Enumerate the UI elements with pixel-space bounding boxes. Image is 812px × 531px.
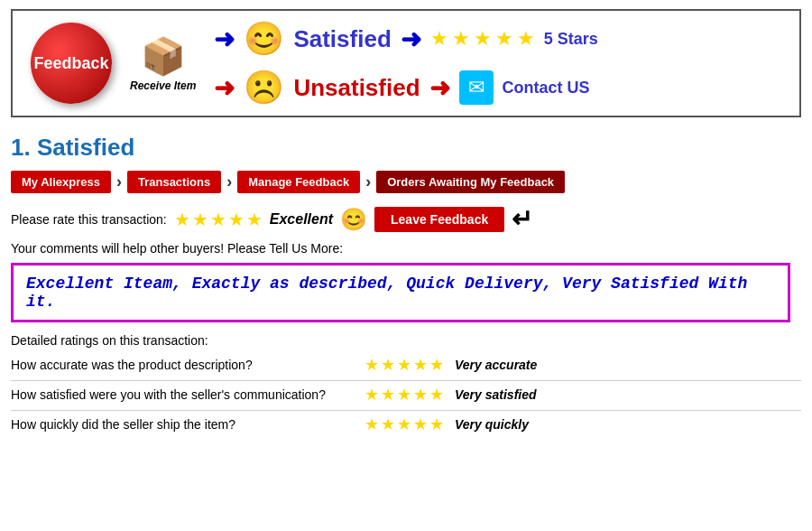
bc-arrow-2: › [226,172,232,191]
rs0-4: ★ [413,355,428,375]
breadcrumb-transactions[interactable]: Transactions [127,171,221,193]
rate-star-2: ★ [192,209,208,230]
arrow-to-satisfied: ➜ [214,24,235,54]
rate-label: Please rate this transaction: [11,212,167,227]
rate-star-1: ★ [174,209,190,230]
divider-1 [11,380,801,381]
arrow-to-contact: ➜ [429,73,450,103]
rs2-1: ★ [364,415,379,434]
comment-box[interactable]: Excellent Iteam, Exactly as described, Q… [11,263,790,322]
sad-smiley-icon: ☹️ [244,69,284,107]
unsatisfied-label: Unsatisfied [293,74,420,102]
flow-section: ➜ 😊 Satisfied ➜ ★ ★ ★ ★ ★ 5 Stars ➜ ☹️ U… [214,20,781,107]
rs2-5: ★ [429,415,444,434]
detailed-ratings-title: Detailed ratings on this transaction: [11,333,801,348]
breadcrumb-my-aliexpress[interactable]: My Aliexpress [11,171,111,193]
rate-star-3: ★ [210,209,226,230]
rs0-3: ★ [397,355,411,375]
banner: Feedback 📦 Receive Item ➜ 😊 Satisfied ➜ … [11,9,801,117]
rating-value-2: Very quickly [455,417,529,432]
rating-stars-0: ★ ★ ★ ★ ★ [364,355,444,375]
rs1-4: ★ [413,385,428,405]
rs2-2: ★ [381,415,395,434]
rating-row-1: How satisfied were you with the seller's… [11,385,801,405]
feedback-label: Feedback [33,54,108,73]
rs1-3: ★ [397,385,411,405]
rating-question-2: How quickly did the seller ship the item… [11,417,354,432]
breadcrumb: My Aliexpress › Transactions › Manage Fe… [11,171,801,193]
section-satisfied: 1. Satisfied My Aliexpress › Transaction… [0,126,812,443]
rs1-1: ★ [364,385,379,405]
rating-question-1: How satisfied were you with the seller's… [11,387,354,402]
arrow-to-unsatisfied: ➜ [214,73,235,103]
package-container: 📦 Receive Item [130,35,196,92]
rs1-2: ★ [381,385,395,405]
rating-value-0: Very accurate [455,358,537,372]
rating-value-1: Very satisfied [455,387,537,402]
five-stars: ★ ★ ★ ★ ★ [430,27,535,51]
unsatisfied-flow-row: ➜ ☹️ Unsatisfied ➜ ✉ Contact US [214,69,781,107]
rate-star-5: ★ [246,209,263,230]
rs1-5: ★ [429,385,444,405]
comments-prompt: Your comments will help other buyers! Pl… [11,241,801,256]
package-icon: 📦 [141,35,186,78]
rs0-2: ★ [381,355,395,375]
mail-icon: ✉ [468,76,484,99]
breadcrumb-orders-awaiting[interactable]: Orders Awaiting My Feedback [376,171,565,193]
feedback-badge: Feedback [31,23,112,104]
section-title: 1. Satisfied [11,134,801,162]
mail-icon-box: ✉ [459,70,494,105]
rs0-5: ★ [429,355,444,375]
rs0-1: ★ [364,355,379,375]
rating-stars-1: ★ ★ ★ ★ ★ [364,385,444,405]
arrow-to-stars: ➜ [401,24,421,54]
star-2-icon: ★ [452,27,470,51]
leave-feedback-button[interactable]: Leave Feedback [374,207,504,232]
rate-row: Please rate this transaction: ★ ★ ★ ★ ★ … [11,204,801,234]
comment-text: Excellent Iteam, Exactly as described, Q… [26,275,747,311]
rs2-4: ★ [413,415,428,434]
rate-smiley-icon: 😊 [340,207,367,232]
rating-row-0: How accurate was the product description… [11,355,801,375]
rating-stars-2: ★ ★ ★ ★ ★ [364,415,444,434]
rating-row-2: How quickly did the seller ship the item… [11,415,801,434]
rate-stars[interactable]: ★ ★ ★ ★ ★ [174,209,263,230]
rating-question-0: How accurate was the product description… [11,358,354,372]
bc-arrow-3: › [365,172,371,191]
star-4-icon: ★ [495,27,513,51]
breadcrumb-manage-feedback[interactable]: Manage Feedback [237,171,360,193]
package-label: Receive Item [130,79,196,92]
satisfied-label: Satisfied [293,25,391,53]
rs2-3: ★ [397,415,411,434]
rate-star-4: ★ [228,209,245,230]
excellent-text: Excellent [270,211,333,228]
star-1-icon: ★ [430,27,448,51]
divider-2 [11,410,801,411]
satisfied-flow-row: ➜ 😊 Satisfied ➜ ★ ★ ★ ★ ★ 5 Stars [214,20,781,58]
five-stars-label: 5 Stars [544,30,598,49]
star-3-icon: ★ [474,27,492,51]
bc-arrow-1: › [116,172,122,191]
star-5-icon: ★ [517,27,535,51]
happy-smiley-icon: 😊 [244,20,284,58]
contact-us-label: Contact US [503,79,590,98]
curved-arrow-icon: ↵ [512,204,532,234]
